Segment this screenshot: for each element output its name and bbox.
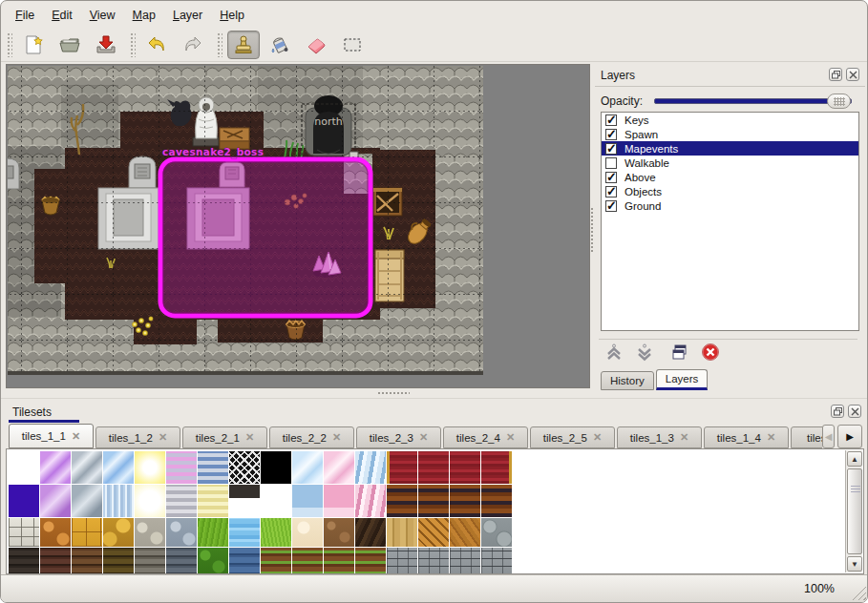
layer-row[interactable]: Ground: [602, 198, 858, 213]
palette-tile[interactable]: [103, 548, 134, 574]
palette-tile[interactable]: [40, 451, 71, 484]
dock-tab[interactable]: History: [601, 371, 654, 390]
tab-close-icon[interactable]: ✕: [506, 431, 515, 444]
dock-float-button[interactable]: [829, 68, 842, 81]
save-button[interactable]: [90, 31, 122, 59]
palette-tile[interactable]: [135, 485, 165, 517]
palette-tile[interactable]: [229, 518, 260, 547]
palette-tile[interactable]: [9, 451, 39, 484]
duplicate-layer-button[interactable]: [667, 341, 692, 364]
undo-button[interactable]: [140, 31, 173, 59]
tileset-tab[interactable]: tiles_1_2 ✕: [95, 426, 180, 448]
event-selection[interactable]: [160, 159, 370, 316]
palette-tile[interactable]: [40, 485, 71, 517]
palette-tile[interactable]: [198, 518, 228, 547]
palette-tile[interactable]: [198, 451, 228, 484]
menu-item[interactable]: Help: [211, 6, 253, 25]
palette-tile[interactable]: [355, 518, 386, 547]
redo-button[interactable]: [177, 31, 209, 59]
horizontal-splitter-grip[interactable]: [377, 391, 410, 396]
toolbar-grip[interactable]: [217, 32, 222, 57]
tileset-tab[interactable]: tiles_1_4 ✕: [704, 426, 789, 448]
palette-tile[interactable]: [292, 485, 323, 517]
palette-tile[interactable]: [9, 485, 39, 517]
palette-tile[interactable]: [387, 518, 417, 547]
palette-tile[interactable]: [166, 518, 197, 547]
open-button[interactable]: [53, 31, 86, 59]
palette-tile[interactable]: [355, 485, 386, 517]
palette-tile[interactable]: [387, 451, 417, 484]
palette-tile[interactable]: [387, 485, 417, 517]
tab-close-icon[interactable]: ✕: [245, 431, 254, 444]
tabs-scroll-left-button[interactable]: ◀: [822, 425, 835, 448]
palette-scrollbar[interactable]: ▲ ▼: [845, 450, 862, 572]
palette-tile[interactable]: [229, 485, 260, 517]
palette-tile[interactable]: [166, 548, 197, 574]
palette-tile[interactable]: [324, 548, 354, 574]
layer-visibility-checkbox[interactable]: [605, 172, 617, 183]
palette-tile[interactable]: [40, 548, 71, 574]
palette-tile[interactable]: [418, 548, 449, 574]
layer-visibility-checkbox[interactable]: [605, 114, 617, 126]
palette-tile[interactable]: [355, 548, 386, 574]
tileset-tab[interactable]: tiles_2_4 ✕: [443, 426, 528, 448]
palette-tile[interactable]: [418, 485, 449, 517]
palette-tile[interactable]: [166, 485, 197, 517]
tileset-tab[interactable]: tiles_1_1 ✕: [9, 424, 94, 448]
stamp-tool-button[interactable]: [227, 31, 260, 59]
window-resize-grip[interactable]: [852, 586, 866, 600]
layer-visibility-checkbox[interactable]: [605, 186, 617, 198]
palette-tile[interactable]: [103, 518, 134, 547]
palette-tile[interactable]: [324, 485, 354, 517]
new-file-button[interactable]: [17, 31, 50, 59]
palette-tile[interactable]: [229, 451, 260, 484]
raise-layer-button[interactable]: [602, 341, 626, 364]
palette-tile[interactable]: [481, 518, 512, 547]
layer-row[interactable]: Above: [602, 170, 858, 184]
palette-tile[interactable]: [9, 548, 39, 574]
layer-row[interactable]: Keys: [602, 113, 858, 127]
tab-close-icon[interactable]: ✕: [72, 430, 80, 443]
tilesets-close-button[interactable]: [848, 405, 861, 418]
toolbar-grip[interactable]: [130, 32, 136, 57]
scrollbar-thumb[interactable]: [847, 468, 862, 554]
tab-close-icon[interactable]: ✕: [680, 431, 688, 444]
palette-tile[interactable]: [40, 518, 71, 547]
tileset-tab[interactable]: tiles_1_3 ✕: [617, 426, 702, 448]
tilesets-float-button[interactable]: [831, 405, 844, 418]
palette-tile[interactable]: [198, 485, 228, 517]
opacity-slider[interactable]: [654, 98, 852, 104]
layer-visibility-checkbox[interactable]: [605, 200, 617, 212]
rect-select-tool-button[interactable]: [336, 31, 369, 59]
layer-row[interactable]: Walkable: [602, 156, 858, 170]
palette-tile[interactable]: [418, 451, 449, 484]
palette-tile[interactable]: [103, 451, 134, 484]
delete-layer-button[interactable]: [698, 341, 723, 364]
tileset-tab[interactable]: tiles_2_3 ✕: [356, 426, 441, 448]
eraser-tool-button[interactable]: [300, 31, 332, 59]
tab-close-icon[interactable]: ✕: [593, 431, 602, 444]
toolbar-grip[interactable]: [7, 32, 12, 57]
palette-tile[interactable]: [103, 485, 134, 517]
palette-tile[interactable]: [324, 451, 354, 484]
palette-tile[interactable]: [450, 451, 480, 484]
palette-tile[interactable]: [72, 548, 102, 574]
layer-visibility-checkbox[interactable]: [605, 143, 617, 155]
menu-item[interactable]: Layer: [164, 6, 211, 25]
menu-item[interactable]: View: [81, 6, 124, 25]
tab-close-icon[interactable]: ✕: [159, 431, 167, 444]
tab-close-icon[interactable]: ✕: [767, 431, 775, 444]
palette-tile[interactable]: [261, 485, 291, 517]
palette-tile[interactable]: [135, 548, 165, 574]
palette-tile[interactable]: [450, 485, 480, 517]
palette-tile[interactable]: [450, 548, 480, 574]
layer-row[interactable]: Spawn: [602, 127, 858, 141]
palette-tile[interactable]: [72, 485, 102, 517]
palette-tile[interactable]: [72, 518, 102, 547]
palette-tile[interactable]: [355, 451, 386, 484]
palette-tile[interactable]: [9, 518, 39, 547]
menu-item[interactable]: Map: [124, 6, 164, 25]
tab-close-icon[interactable]: ✕: [419, 431, 428, 444]
tileset-tab[interactable]: tiles_1_ ✕: [791, 426, 822, 448]
fill-tool-button[interactable]: [264, 31, 296, 59]
